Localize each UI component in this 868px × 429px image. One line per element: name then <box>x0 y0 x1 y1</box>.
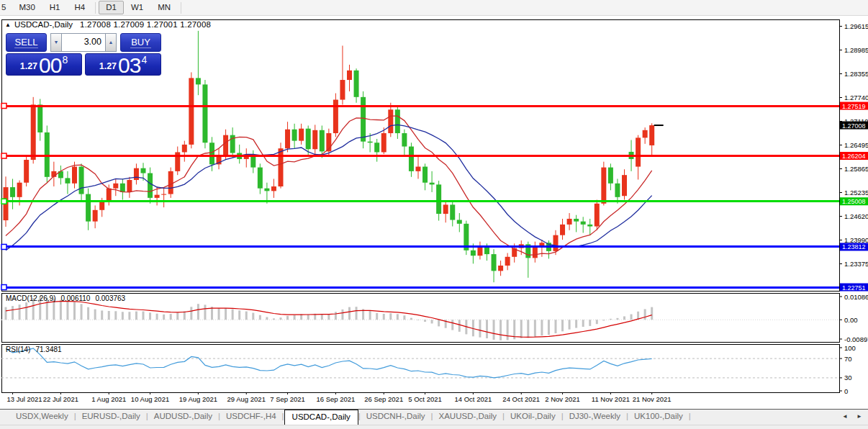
chart-tab-uk100-daily[interactable]: UK100-,Daily <box>628 410 689 425</box>
candle-body <box>264 189 269 191</box>
candle-body <box>553 235 559 251</box>
macd-bar <box>438 320 440 326</box>
timeframe-button-mn[interactable]: MN <box>150 1 178 14</box>
chart-tab-dj30-weekly[interactable]: DJ30-,Weekly <box>564 410 626 425</box>
date-label: 7 Sep 2021 <box>270 395 305 403</box>
price-axis-label: 1.28985 <box>844 46 868 54</box>
macd-bar <box>114 311 117 320</box>
macd-axis-label: 0.010869 <box>844 293 868 301</box>
price-axis-label: 1.29615 <box>844 22 868 30</box>
candle-body <box>99 202 104 210</box>
tab-scroll-right-icon[interactable]: ► <box>856 413 862 420</box>
timeframe-button-5[interactable]: 5 <box>0 1 12 14</box>
buy-price-prefix: 1.27 <box>99 61 117 71</box>
macd-bar <box>87 307 89 320</box>
volume-stepper: ▼ 3.00 ▲ <box>50 33 117 52</box>
svg-text:1.27519: 1.27519 <box>842 103 866 110</box>
price-axis[interactable]: 1.296151.289851.283551.277401.271101.264… <box>839 22 868 395</box>
candle-body <box>250 155 256 168</box>
volume-input[interactable]: 3.00 <box>62 33 105 52</box>
macd-bar <box>486 320 488 338</box>
candle-body <box>65 178 70 183</box>
macd-bar <box>321 315 323 320</box>
candle-body <box>622 175 627 196</box>
volume-decrease-button[interactable]: ▼ <box>50 33 62 52</box>
candle-body <box>134 168 139 180</box>
timeframe-button-w1[interactable]: W1 <box>124 1 150 14</box>
one-click-trading-panel: SELL ▼ 3.00 ▲ BUY 1.27 00 8 1.27 03 4 <box>6 33 161 76</box>
date-label: 22 Jul 2021 <box>43 395 78 403</box>
date-axis[interactable]: 13 Jul 202122 Jul 20211 Aug 202110 Aug 2… <box>6 392 671 403</box>
tab-scroll-left-icon[interactable]: ◄ <box>842 413 848 420</box>
svg-text:1.26204: 1.26204 <box>842 153 866 160</box>
candle-body <box>161 194 166 195</box>
price-tag: 1.22751 <box>840 284 868 292</box>
sell-button[interactable]: SELL <box>6 33 47 52</box>
macd-bar <box>389 313 392 320</box>
macd-bar <box>163 315 165 320</box>
candle-body <box>643 130 648 138</box>
candle-body <box>312 130 317 149</box>
chart-tab-usdcad-daily[interactable]: USDCAD-,Daily <box>284 410 358 425</box>
date-label: 1 Aug 2021 <box>91 395 126 403</box>
candle-body <box>581 222 586 225</box>
timeframe-button-h4[interactable]: H4 <box>67 1 92 14</box>
candle-body <box>168 171 173 194</box>
macd-bar <box>46 297 48 320</box>
macd-bar <box>245 312 248 320</box>
line-handle[interactable] <box>1 285 6 290</box>
macd-bar <box>66 302 68 320</box>
macd-bar <box>507 320 509 340</box>
buy-price-display[interactable]: 1.27 03 4 <box>85 53 161 76</box>
candle-body <box>374 143 379 152</box>
volume-increase-button[interactable]: ▲ <box>105 33 117 52</box>
timeframe-button-m30[interactable]: M30 <box>12 1 42 14</box>
macd-bar <box>32 298 35 320</box>
price-tag: 1.27519 <box>840 102 868 110</box>
line-handle[interactable] <box>1 153 6 158</box>
candle-body <box>409 147 414 171</box>
macd-bar <box>190 307 192 320</box>
macd-bar <box>403 315 405 320</box>
chart-tab-ukoil-daily[interactable]: UKOil-,Daily <box>505 410 561 425</box>
line-handle[interactable] <box>1 199 6 204</box>
macd-bar <box>60 300 62 320</box>
chart-tab-eurusd-daily[interactable]: EURUSD-,Daily <box>76 410 146 425</box>
macd-bar <box>479 320 481 337</box>
date-label: 24 Oct 2021 <box>502 395 540 403</box>
macd-bar <box>341 310 343 320</box>
candle-body <box>498 266 503 271</box>
candle-body <box>450 204 455 220</box>
candle-body <box>93 210 98 222</box>
price-axis-label: 1.23375 <box>844 260 868 268</box>
candle-body <box>615 184 620 197</box>
candle-body <box>354 71 359 97</box>
chart-tab-audusd-daily[interactable]: AUDUSD-,Daily <box>148 410 218 425</box>
chart-tab-xauusd-daily[interactable]: XAUUSD-,Daily <box>433 410 503 425</box>
macd-bar <box>81 304 83 320</box>
macd-bar <box>534 320 536 337</box>
timeframe-button-h1[interactable]: H1 <box>42 1 68 14</box>
chart-tab-usdcnh-daily[interactable]: USDCNH-,Daily <box>361 410 431 425</box>
line-handle[interactable] <box>1 244 6 249</box>
line-handle[interactable] <box>1 104 6 109</box>
price-tag: 1.23812 <box>840 243 868 250</box>
buy-button[interactable]: BUY <box>120 33 161 52</box>
macd-bar <box>424 320 426 322</box>
sell-price-display[interactable]: 1.27 00 8 <box>6 53 82 76</box>
macd-bar <box>266 317 268 320</box>
chart-tab-usdx-weekly[interactable]: USDX,Weekly <box>10 410 74 425</box>
price-axis-label: 1.25235 <box>844 189 868 197</box>
macd-axis-label: -0.008974 <box>844 335 868 343</box>
chart-tab-usdchf-h4[interactable]: USDCHF-,H4 <box>220 410 282 425</box>
price-axis-label: 1.26495 <box>844 141 868 149</box>
macd-bar <box>143 311 145 320</box>
macd-bar <box>602 320 605 320</box>
candle-body <box>79 167 84 194</box>
timeframe-button-d1[interactable]: D1 <box>99 1 124 14</box>
candle-body <box>457 220 462 224</box>
candle-body <box>347 71 352 80</box>
candle-body <box>120 184 125 192</box>
macd-bar <box>135 312 137 320</box>
chart-tabs: USDX,Weekly|EURUSD-,Daily|AUDUSD-,Daily|… <box>0 410 868 425</box>
